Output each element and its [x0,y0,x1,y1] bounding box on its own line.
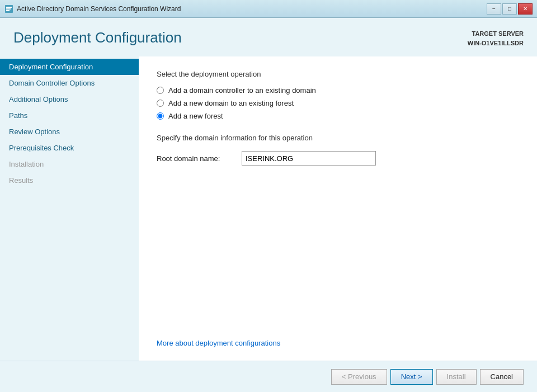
radio-option-1[interactable]: Add a domain controller to an existing d… [157,86,519,95]
more-about-link[interactable]: More about deployment configurations [157,339,519,347]
window-controls: − □ ✕ [487,3,533,15]
content-spacer [157,174,519,339]
page-title: Deployment Configuration [13,29,182,46]
svg-rect-3 [6,10,10,11]
close-button[interactable]: ✕ [518,3,533,15]
sidebar-item-installation: Installation [0,156,139,172]
footer: < Previous Next > Install Cancel [0,361,537,392]
target-server-label: TARGET SERVER [468,29,524,39]
main-content: Select the deployment operation Add a do… [139,56,537,361]
sidebar-item-prerequisites-check[interactable]: Prerequisites Check [0,140,139,156]
svg-rect-2 [6,8,11,10]
radio-label-2: Add a new domain to an existing forest [168,99,294,107]
radio-input-1[interactable] [157,87,164,94]
window-title: Active Directory Domain Services Configu… [17,5,181,13]
maximize-button[interactable]: □ [502,3,517,15]
cancel-button[interactable]: Cancel [480,369,524,385]
header-area: Deployment Configuration TARGET SERVER W… [0,18,537,56]
sidebar-item-results: Results [0,172,139,188]
root-domain-row: Root domain name: [157,151,519,166]
title-bar: Active Directory Domain Services Configu… [0,0,537,18]
radio-input-3[interactable] [157,112,164,120]
radio-input-2[interactable] [157,100,164,107]
root-domain-input[interactable] [242,151,376,166]
previous-button[interactable]: < Previous [331,369,387,385]
root-domain-label: Root domain name: [157,154,235,163]
next-button[interactable]: Next > [390,369,433,385]
radio-label-1: Add a domain controller to an existing d… [168,86,316,95]
select-operation-label: Select the deployment operation [157,70,519,78]
install-button[interactable]: Install [436,369,477,385]
radio-group: Add a domain controller to an existing d… [157,86,519,120]
sidebar-item-review-options[interactable]: Review Options [0,124,139,140]
title-bar-left: Active Directory Domain Services Configu… [4,4,181,13]
sidebar-item-domain-controller-options[interactable]: Domain Controller Options [0,75,139,91]
domain-info-label: Specify the domain information for this … [157,134,519,142]
target-server-name: WIN-O1VE1ILLSDR [468,39,524,48]
sidebar: Deployment Configuration Domain Controll… [0,56,139,361]
radio-option-2[interactable]: Add a new domain to an existing forest [157,99,519,107]
sidebar-item-paths[interactable]: Paths [0,107,139,124]
minimize-button[interactable]: − [487,3,501,15]
sidebar-item-additional-options[interactable]: Additional Options [0,91,139,107]
content-area: Deployment Configuration Domain Controll… [0,56,537,361]
svg-rect-1 [6,7,12,8]
target-server-info: TARGET SERVER WIN-O1VE1ILLSDR [468,29,524,48]
sidebar-item-deployment-configuration[interactable]: Deployment Configuration [0,59,139,75]
main-window: Deployment Configuration TARGET SERVER W… [0,18,537,392]
app-icon [4,4,13,13]
radio-label-3: Add a new forest [168,112,223,120]
radio-option-3[interactable]: Add a new forest [157,112,519,120]
